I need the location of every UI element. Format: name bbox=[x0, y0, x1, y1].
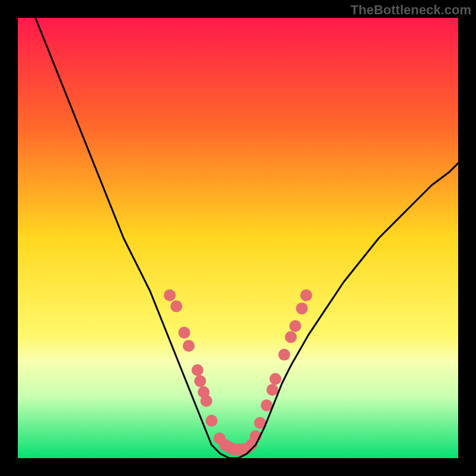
data-marker bbox=[270, 373, 281, 385]
plot-area bbox=[18, 18, 458, 458]
data-marker bbox=[194, 375, 206, 387]
data-marker bbox=[267, 384, 278, 396]
data-marker bbox=[164, 289, 176, 301]
data-marker bbox=[178, 327, 190, 339]
data-marker bbox=[206, 415, 218, 427]
chart-container: TheBottleneck.com bbox=[0, 0, 476, 476]
data-marker bbox=[192, 364, 203, 376]
data-marker bbox=[170, 300, 182, 312]
data-marker bbox=[201, 395, 212, 407]
gradient-background bbox=[18, 18, 458, 458]
data-marker bbox=[300, 289, 312, 301]
watermark-text: TheBottleneck.com bbox=[350, 2, 471, 18]
data-marker bbox=[289, 320, 301, 332]
chart-svg bbox=[18, 18, 458, 458]
data-marker bbox=[183, 340, 195, 352]
data-marker bbox=[285, 331, 297, 343]
data-marker bbox=[278, 349, 290, 361]
data-marker bbox=[296, 302, 308, 314]
